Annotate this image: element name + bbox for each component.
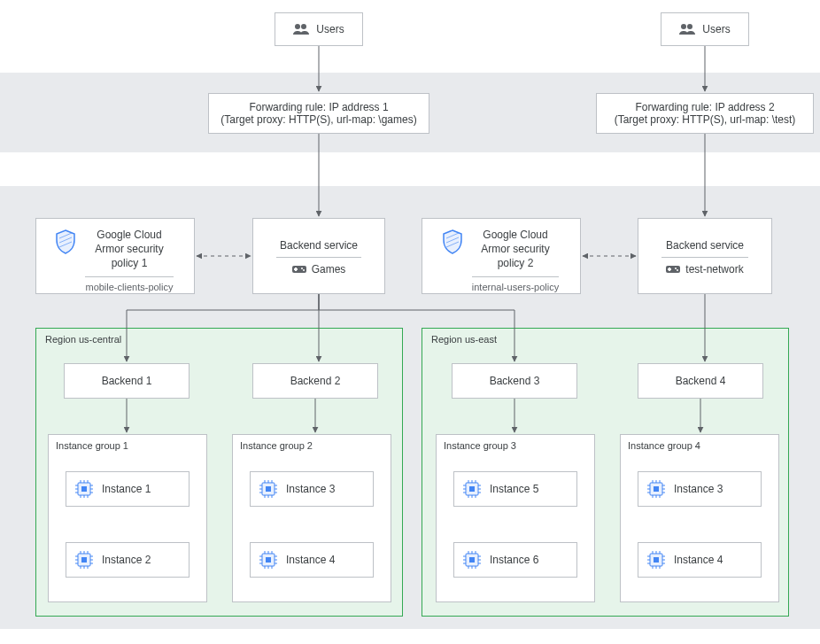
backend-1-label: Backend 1 xyxy=(102,375,152,387)
instance-4a-label: Instance 4 xyxy=(286,554,335,566)
cpu-icon xyxy=(259,480,277,498)
instance-3a-label: Instance 3 xyxy=(286,483,335,495)
instance-4b-label: Instance 4 xyxy=(674,554,723,566)
instance-6: Instance 6 xyxy=(453,542,577,578)
backend-service-2: Backend service test-network xyxy=(638,218,772,294)
policy1-l2: Armor security xyxy=(95,242,163,256)
svg-point-7 xyxy=(301,268,303,269)
users-icon xyxy=(293,23,309,35)
gamepad-icon xyxy=(666,264,680,275)
cpu-icon xyxy=(463,480,481,498)
svg-point-0 xyxy=(295,24,300,29)
policy2-l1: Google Cloud xyxy=(483,228,547,242)
policy-1: Google Cloud Armor security policy 1 mob… xyxy=(35,218,195,294)
backend-3-label: Backend 3 xyxy=(490,375,540,387)
policy2-l3: policy 2 xyxy=(498,256,534,270)
cpu-icon xyxy=(647,480,665,498)
ig2-label: Instance group 2 xyxy=(240,440,313,451)
users-label-1: Users xyxy=(316,23,344,35)
instance-2: Instance 2 xyxy=(66,542,190,578)
fr2-line2: (Target proxy: HTTP(S), url-map: \test) xyxy=(615,113,796,126)
backend-service-1: Backend service Games xyxy=(252,218,385,294)
ig1-label: Instance group 1 xyxy=(56,440,128,451)
users-label-2: Users xyxy=(702,23,730,35)
instance-1-label: Instance 1 xyxy=(102,483,151,495)
instance-1: Instance 1 xyxy=(66,471,190,507)
cpu-icon xyxy=(259,551,277,569)
region-label-1: Region us-central xyxy=(45,334,121,345)
instance-3a: Instance 3 xyxy=(250,471,374,507)
svg-point-1 xyxy=(301,24,306,29)
forwarding-rule-2: Forwarding rule: IP address 2 (Target pr… xyxy=(596,93,814,134)
bs2-title: Backend service xyxy=(666,239,744,252)
instance-4a: Instance 4 xyxy=(250,542,374,578)
backend-1: Backend 1 xyxy=(64,363,190,399)
cpu-icon xyxy=(463,551,481,569)
fr1-line2: (Target proxy: HTTP(S), url-map: \games) xyxy=(220,113,416,126)
policy2-sub: internal-users-policy xyxy=(472,281,559,294)
cpu-icon xyxy=(647,551,665,569)
users-icon xyxy=(679,23,695,35)
instance-5-label: Instance 5 xyxy=(490,483,538,495)
instance-6-label: Instance 6 xyxy=(490,554,538,566)
policy2-l2: Armor security xyxy=(481,242,549,256)
gamepad-icon xyxy=(292,264,306,275)
instance-3b: Instance 3 xyxy=(638,471,762,507)
backend-3: Backend 3 xyxy=(452,363,577,399)
cpu-icon xyxy=(75,551,93,569)
instance-3b-label: Instance 3 xyxy=(674,483,723,495)
region-label-2: Region us-east xyxy=(431,334,497,345)
svg-point-13 xyxy=(677,269,678,271)
backend-4-label: Backend 4 xyxy=(676,375,726,387)
bs1-title: Backend service xyxy=(280,239,358,252)
shield-icon xyxy=(442,229,463,254)
backend-2: Backend 2 xyxy=(252,363,378,399)
policy-2: Google Cloud Armor security policy 2 int… xyxy=(422,218,581,294)
svg-point-2 xyxy=(681,24,686,29)
cpu-icon xyxy=(75,480,93,498)
instance-5: Instance 5 xyxy=(453,471,577,507)
fr2-line1: Forwarding rule: IP address 2 xyxy=(635,101,774,113)
policy1-l1: Google Cloud xyxy=(97,228,161,242)
users-node-1: Users xyxy=(275,12,363,46)
backend-4: Backend 4 xyxy=(638,363,763,399)
instance-4b: Instance 4 xyxy=(638,542,762,578)
policy1-sub: mobile-clients-policy xyxy=(85,281,173,294)
users-node-2: Users xyxy=(661,12,749,46)
bs1-sub: Games xyxy=(312,263,346,275)
instance-2-label: Instance 2 xyxy=(102,554,151,566)
policy1-l3: policy 1 xyxy=(112,256,148,270)
svg-rect-11 xyxy=(669,268,670,271)
ig4-label: Instance group 4 xyxy=(628,440,700,451)
fr1-line1: Forwarding rule: IP address 1 xyxy=(249,101,388,113)
svg-point-8 xyxy=(303,269,305,271)
forwarding-rule-1: Forwarding rule: IP address 1 (Target pr… xyxy=(208,93,429,134)
backend-2-label: Backend 2 xyxy=(290,375,341,387)
svg-rect-6 xyxy=(295,268,297,271)
svg-point-12 xyxy=(675,268,677,269)
shield-icon xyxy=(55,229,76,254)
ig3-label: Instance group 3 xyxy=(444,440,516,451)
bs2-sub: test-network xyxy=(685,263,743,275)
svg-point-3 xyxy=(687,24,692,29)
